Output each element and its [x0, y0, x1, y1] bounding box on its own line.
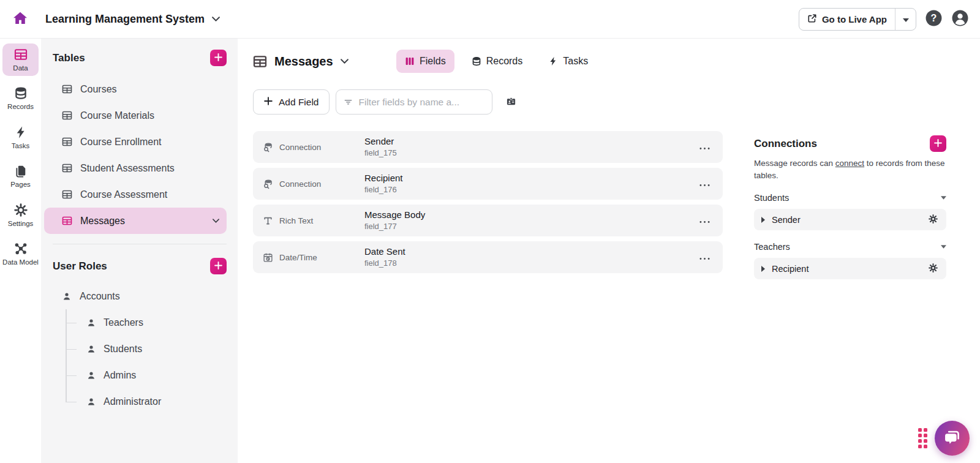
table-item-courses[interactable]: Courses [44, 76, 227, 102]
gear-icon [929, 263, 938, 274]
chevron-down-icon[interactable] [341, 59, 349, 64]
avatar-icon [951, 9, 969, 29]
go-to-live-app-button[interactable]: Go to Live App [799, 8, 916, 31]
table-item-label: Course Assessment [80, 189, 167, 200]
rail-item-settings[interactable]: Settings [2, 199, 39, 232]
role-children: Teachers Students Admins Administrator [66, 309, 238, 415]
user-roles-header-label: User Roles [53, 260, 107, 273]
add-table-button[interactable] [210, 50, 227, 66]
caret-right-icon [761, 266, 765, 272]
field-menu-button[interactable] [697, 214, 712, 228]
ellipsis-icon [699, 216, 710, 225]
caret-down-icon[interactable] [941, 196, 946, 200]
person-icon [86, 397, 96, 407]
connection-row-recipient[interactable]: Recipient [754, 258, 946, 279]
field-name: Date Sent [364, 246, 405, 258]
description-text: Message records can [754, 159, 835, 168]
field-menu-button[interactable] [697, 250, 712, 265]
field-keys-toggle-button[interactable] [506, 96, 516, 108]
gear-icon [929, 214, 938, 225]
role-item-label: Accounts [80, 291, 120, 302]
live-app-dropdown[interactable] [895, 9, 916, 30]
role-item-administrator[interactable]: Administrator [66, 388, 238, 415]
field-name: Message Body [364, 209, 425, 221]
field-row-message-body[interactable]: Rich Text Message Body field_177 [253, 205, 723, 236]
field-name: Sender [364, 135, 397, 148]
field-menu-button[interactable] [697, 177, 712, 191]
columns-icon [405, 56, 415, 66]
datetime-icon [263, 252, 273, 263]
table-item-course-enrollment[interactable]: Course Enrollment [44, 129, 227, 155]
connection-settings-button[interactable] [927, 262, 939, 276]
add-user-role-button[interactable] [210, 258, 227, 274]
tab-tasks[interactable]: Tasks [540, 50, 597, 73]
table-icon [62, 189, 72, 200]
table-icon [253, 55, 267, 69]
field-type: Rich Text [263, 216, 364, 226]
field-row-sender[interactable]: Connection Sender field_175 [253, 131, 723, 163]
tab-label: Records [486, 56, 523, 67]
connect-link[interactable]: connect [835, 159, 864, 168]
rail-item-pages[interactable]: Pages [2, 160, 39, 192]
field-type: Connection [263, 179, 364, 189]
field-identity: Sender field_175 [364, 135, 397, 158]
table-item-label: Courses [80, 84, 117, 95]
rail-item-data[interactable]: Data [2, 43, 39, 76]
role-item-admins[interactable]: Admins [66, 362, 238, 388]
chat-bubbles-icon [943, 427, 962, 449]
chat-button[interactable] [935, 421, 970, 456]
table-item-student-assessments[interactable]: Student Assessments [44, 155, 227, 181]
role-item-label: Admins [104, 370, 136, 381]
filter-fields-input[interactable] [358, 97, 484, 108]
rail-item-tasks[interactable]: Tasks [2, 121, 39, 154]
tables-list: Courses Course Materials Course Enrollme… [41, 76, 238, 234]
tab-label: Tasks [563, 56, 588, 67]
role-item-teachers[interactable]: Teachers [66, 309, 238, 336]
rail-item-label: Data [13, 64, 28, 72]
connections-title: Connections [754, 138, 817, 150]
help-button[interactable]: ? [925, 10, 943, 28]
connection-settings-button[interactable] [927, 213, 939, 227]
field-key: field_176 [364, 185, 403, 195]
id-badge-icon [506, 96, 516, 108]
tab-records[interactable]: Records [463, 50, 532, 73]
table-title-group[interactable]: Messages [253, 55, 396, 69]
field-row-recipient[interactable]: Connection Recipient field_176 [253, 168, 723, 200]
gear-icon [14, 203, 28, 217]
caret-down-icon[interactable] [941, 245, 946, 249]
rail-item-records[interactable]: Records [2, 82, 39, 115]
field-menu-button[interactable] [697, 140, 712, 154]
connection-row-sender[interactable]: Sender [754, 209, 946, 230]
app-title-wrap[interactable]: Learning Management System [45, 13, 220, 26]
field-identity: Message Body field_177 [364, 209, 425, 232]
role-item-label: Administrator [104, 396, 161, 407]
role-item-students[interactable]: Students [66, 336, 238, 362]
table-item-label: Messages [80, 216, 125, 227]
fields-toolbar: Add Field [253, 89, 946, 115]
role-item-accounts[interactable]: Accounts [41, 283, 238, 309]
table-item-messages[interactable]: Messages [44, 208, 227, 234]
database-icon [14, 86, 28, 100]
tab-fields[interactable]: Fields [396, 50, 454, 73]
fields-content-row: Connection Sender field_175 [253, 115, 946, 279]
fields-list: Connection Sender field_175 [253, 131, 723, 279]
topbar-right: Go to Live App ? [799, 8, 969, 31]
drag-handle[interactable] [918, 428, 927, 448]
filter-icon [344, 97, 353, 107]
account-button[interactable] [951, 10, 969, 28]
plus-icon [934, 139, 942, 149]
field-type-label: Rich Text [279, 216, 313, 225]
field-row-date-sent[interactable]: Date/Time Date Sent field_178 [253, 241, 723, 273]
connection-icon [263, 179, 273, 189]
table-item-course-materials[interactable]: Course Materials [44, 102, 227, 129]
add-field-label: Add Field [279, 97, 318, 108]
add-connection-button[interactable] [930, 135, 946, 152]
table-item-course-assessment[interactable]: Course Assessment [44, 181, 227, 208]
add-field-button[interactable]: Add Field [253, 89, 330, 115]
home-button[interactable] [10, 9, 31, 29]
rail-item-data-model[interactable]: Data Model [2, 238, 39, 270]
home-icon [12, 10, 28, 28]
tables-header-label: Tables [53, 52, 85, 64]
sidebar: Tables Courses Course Materials Course E… [41, 39, 238, 463]
role-item-label: Teachers [104, 317, 143, 328]
